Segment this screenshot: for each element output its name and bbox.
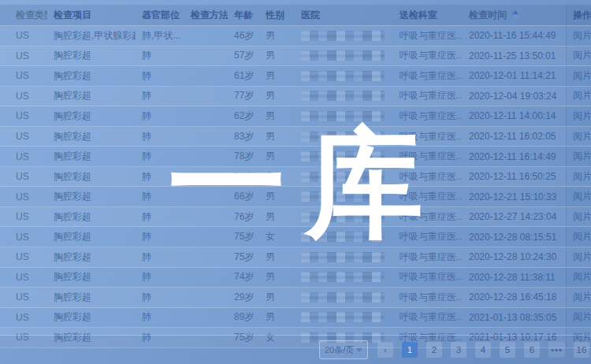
cell-action: 阅片 bbox=[566, 66, 591, 86]
prev-page-button[interactable]: ‹ bbox=[377, 342, 393, 358]
view-images-link[interactable]: 阅片 bbox=[573, 190, 591, 203]
cell-type: US bbox=[0, 272, 47, 283]
cell-age: 77岁 bbox=[228, 89, 259, 102]
column-header-organ: 器官部位 bbox=[136, 9, 184, 22]
cell-dept: 呼吸与重症医... bbox=[393, 130, 463, 143]
column-header-time[interactable]: 检查时间 bbox=[463, 9, 566, 22]
table-row: US胸腔彩超肺83岁男呼吸与重症医...2020-12-11 16:02:05阅… bbox=[0, 127, 591, 147]
cell-item: 胸腔彩超 bbox=[47, 190, 136, 203]
cell-type: US bbox=[0, 30, 47, 41]
cell-item: 胸腔彩超 bbox=[47, 310, 136, 324]
cell-organ: 肺 bbox=[136, 49, 184, 62]
cell-age: 61岁 bbox=[228, 69, 259, 83]
redacted-hospital-name bbox=[301, 191, 385, 202]
cell-hospital bbox=[295, 232, 393, 242]
cell-dept: 呼吸与重症医... bbox=[393, 230, 463, 243]
cell-organ: 肺 bbox=[136, 210, 184, 224]
cell-time: 2020-12-28 08:15:51 bbox=[463, 232, 566, 243]
pagination-bar: 20条/页 ‹ 123456•••16 bbox=[0, 335, 591, 364]
view-images-link[interactable]: 阅片 bbox=[573, 210, 591, 224]
cell-hospital bbox=[295, 312, 393, 322]
cell-type: US bbox=[0, 211, 47, 222]
cell-hospital bbox=[295, 50, 393, 61]
cell-age: 46岁 bbox=[228, 29, 259, 43]
cell-type: US bbox=[0, 110, 47, 121]
page-button-2[interactable]: 2 bbox=[426, 342, 442, 358]
column-header-gender: 性别 bbox=[259, 9, 295, 22]
cell-item: 胸腔彩超 bbox=[47, 170, 136, 184]
cell-age: 83岁 bbox=[228, 130, 259, 143]
page-button-1[interactable]: 1 bbox=[402, 342, 418, 358]
cell-action: 阅片 bbox=[566, 87, 591, 106]
sort-caret-icon[interactable] bbox=[512, 10, 519, 20]
page-button-4[interactable]: 4 bbox=[475, 342, 491, 358]
cell-item: 胸腔彩超 bbox=[47, 230, 136, 243]
cell-age: 66岁 bbox=[228, 190, 259, 203]
cell-item: 胸腔彩超,甲状腺彩超 bbox=[47, 29, 136, 43]
view-images-link[interactable]: 阅片 bbox=[573, 130, 591, 143]
cell-organ: 肺 bbox=[136, 310, 184, 324]
redacted-hospital-name bbox=[301, 232, 385, 242]
page-button-3[interactable]: 3 bbox=[451, 342, 466, 358]
redacted-hospital-name bbox=[301, 272, 385, 282]
page-button-6[interactable]: 6 bbox=[524, 342, 540, 358]
cell-dept: 呼吸与重症医... bbox=[393, 251, 463, 264]
redacted-hospital-name bbox=[301, 312, 385, 322]
cell-dept: 呼吸与重症医... bbox=[393, 170, 463, 184]
cell-gender: 男 bbox=[259, 210, 295, 224]
cell-action: 阅片 bbox=[566, 106, 591, 126]
cell-action: 阅片 bbox=[566, 167, 591, 187]
redacted-hospital-name bbox=[301, 252, 385, 262]
cell-action: 阅片 bbox=[566, 26, 591, 46]
table-row: US胸腔彩超肺61岁男呼吸与重症医...2020-12-01 11:14:21阅… bbox=[0, 66, 591, 87]
view-images-link[interactable]: 阅片 bbox=[573, 69, 591, 83]
cell-item: 胸腔彩超 bbox=[47, 270, 136, 284]
cell-hospital bbox=[295, 191, 393, 202]
cell-action: 阅片 bbox=[566, 288, 591, 307]
cell-organ: 肺,甲状... bbox=[136, 29, 184, 43]
cell-dept: 呼吸与重症医... bbox=[393, 270, 463, 284]
view-images-link[interactable]: 阅片 bbox=[573, 110, 591, 123]
view-images-link[interactable]: 阅片 bbox=[573, 150, 591, 163]
cell-organ: 肺 bbox=[136, 251, 184, 264]
redacted-hospital-name bbox=[301, 292, 385, 303]
cell-dept: 呼吸与重症医... bbox=[393, 190, 463, 203]
cell-time: 2021-01-13 08:35:05 bbox=[463, 312, 566, 323]
view-images-link[interactable]: 阅片 bbox=[573, 310, 591, 324]
cell-dept: 呼吸与重症医... bbox=[393, 291, 463, 304]
cell-organ: 肺 bbox=[136, 230, 184, 243]
cell-organ: 肺 bbox=[136, 150, 184, 163]
page-button-5[interactable]: 5 bbox=[500, 342, 515, 358]
page-size-value: 20条/页 bbox=[325, 344, 354, 356]
cell-action: 阅片 bbox=[566, 187, 591, 206]
cell-item: 胸腔彩超 bbox=[47, 150, 136, 163]
cell-organ: 肺 bbox=[136, 89, 184, 102]
page-size-select[interactable]: 20条/页 bbox=[319, 340, 368, 359]
cell-time: 2020-12-28 10:24:30 bbox=[463, 251, 566, 262]
view-images-link[interactable]: 阅片 bbox=[573, 230, 591, 243]
view-images-link[interactable]: 阅片 bbox=[573, 270, 591, 284]
pager: ‹ 123456•••16 bbox=[377, 342, 589, 358]
redacted-hospital-name bbox=[301, 212, 385, 222]
view-images-link[interactable]: 阅片 bbox=[573, 291, 591, 304]
more-pages-button[interactable]: ••• bbox=[548, 342, 565, 358]
cell-gender: 男 bbox=[259, 69, 295, 83]
cell-dept: 呼吸与重症医... bbox=[393, 310, 463, 324]
page-button-last[interactable]: 16 bbox=[574, 342, 589, 358]
view-images-link[interactable]: 阅片 bbox=[573, 49, 591, 62]
view-images-link[interactable]: 阅片 bbox=[573, 89, 591, 102]
view-images-link[interactable]: 阅片 bbox=[573, 170, 591, 184]
cell-time: 2020-12-11 14:00:14 bbox=[463, 110, 566, 121]
cell-hospital bbox=[295, 132, 393, 142]
cell-dept: 呼吸与重症医... bbox=[393, 29, 463, 43]
cell-time: 2020-11-16 15:44:49 bbox=[463, 30, 566, 41]
view-images-link[interactable]: 阅片 bbox=[573, 251, 591, 264]
table-row: US胸腔彩超肺74岁男呼吸与重症医...2020-12-28 11:38:11阅… bbox=[0, 268, 591, 288]
view-images-link[interactable]: 阅片 bbox=[573, 29, 591, 43]
cell-type: US bbox=[0, 91, 47, 102]
cell-action: 阅片 bbox=[566, 268, 591, 288]
cell-age: 74岁 bbox=[228, 270, 259, 284]
cell-action: 阅片 bbox=[566, 308, 591, 328]
cell-action: 阅片 bbox=[566, 127, 591, 147]
cell-action: 阅片 bbox=[566, 227, 591, 247]
